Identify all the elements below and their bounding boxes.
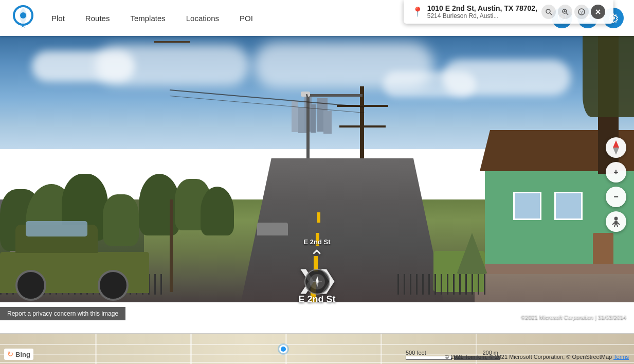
tree-top-right (583, 36, 634, 117)
bing-logo: ↻ Bing (4, 349, 33, 360)
mm-road-v4 (381, 334, 382, 364)
distant-car (257, 223, 288, 235)
svg-line-6 (550, 13, 552, 15)
svg-point-17 (316, 281, 318, 283)
streetview-container: E 2nd St ⌃ ❯❯ E 2nd St Report a privacy … (0, 36, 634, 364)
current-street-label: E 2nd St (298, 294, 335, 305)
svg-line-8 (567, 13, 569, 15)
compass-north-btn[interactable] (606, 137, 626, 158)
compass-inner (310, 274, 325, 289)
svg-point-20 (614, 217, 618, 221)
address-line2: 5214 Burleson Rd, Austi... (427, 12, 537, 20)
main-crossbar-2 (339, 125, 386, 128)
map-terms-link[interactable]: Terms (613, 354, 629, 360)
svg-line-25 (617, 225, 618, 227)
address-close-btn[interactable] (591, 5, 605, 19)
streetview-scene[interactable]: E 2nd St ⌃ ❯❯ E 2nd St Report a privacy … (0, 36, 634, 333)
address-text: 1010 E 2nd St, Austin, TX 78702, 5214 Bu… (427, 4, 537, 20)
nav-plot[interactable]: Plot (51, 14, 65, 23)
mm-road-v2 (190, 334, 192, 364)
mm-road-v1 (95, 334, 97, 364)
right-fence (397, 274, 490, 295)
svg-rect-21 (614, 221, 618, 225)
address-actions: ? (541, 5, 605, 19)
minimap-background: ↻ Bing 500 feet 200 m © 2021 TomTom, © 2… (0, 334, 634, 364)
street-lamp (303, 94, 363, 97)
address-bar: 📍 1010 E 2nd St, Austin, TX 78702, 5214 … (404, 0, 613, 24)
svg-line-24 (614, 225, 615, 227)
right-controls: + − (606, 137, 626, 232)
scale-500ft: 500 feet (406, 350, 426, 356)
bing-label: Bing (15, 351, 30, 358)
house-window-2 (554, 192, 583, 220)
app-logo[interactable] (10, 5, 36, 31)
forward-arrow-btn[interactable]: ⌃ (309, 248, 324, 266)
streetview-copyright: ©2021 Microsoft Corporation | 31/03/2014 (521, 314, 626, 320)
map-copyright-text: © 2021 TomTom, © 2021 Microsoft Corporat… (445, 354, 612, 360)
crossbar-left (154, 41, 190, 43)
road-line-4 (317, 212, 320, 223)
nav-locations[interactable]: Locations (186, 14, 219, 23)
svg-line-22 (612, 223, 614, 225)
svg-point-1 (20, 12, 26, 19)
address-pin-icon: 📍 (412, 6, 423, 17)
nav-routes[interactable]: Routes (85, 14, 110, 23)
south-arrow-icon (613, 148, 619, 155)
minimap: ↻ Bing 500 feet 200 m © 2021 TomTom, © 2… (0, 333, 634, 364)
house-porch (485, 264, 634, 274)
person-btn[interactable] (606, 211, 626, 232)
svg-text:?: ? (580, 10, 583, 15)
pickup-truck (0, 226, 159, 293)
nav-arrows-forward: E 2nd St ⌃ (303, 238, 330, 266)
address-zoom-btn[interactable] (558, 5, 572, 19)
bing-refresh-icon[interactable]: ↻ (7, 350, 13, 358)
nav-poi[interactable]: POI (240, 14, 253, 23)
utility-pole-left (170, 199, 173, 292)
forward-street-label: E 2nd St (303, 238, 330, 246)
zoom-out-btn[interactable]: − (606, 187, 626, 207)
compass-btn[interactable] (304, 269, 330, 295)
house-window-1 (513, 192, 541, 220)
address-info-btn[interactable]: ? (574, 5, 589, 19)
nav-templates[interactable]: Templates (130, 14, 165, 23)
privacy-notice[interactable]: Report a privacy concern with this image (0, 307, 125, 320)
address-search-btn[interactable] (541, 5, 556, 19)
zoom-in-btn[interactable]: + (606, 162, 626, 183)
svg-point-5 (546, 9, 550, 13)
svg-line-23 (618, 223, 620, 225)
north-arrow-icon (613, 140, 619, 148)
map-copyright: © 2021 TomTom, © 2021 Microsoft Corporat… (445, 354, 629, 360)
minimap-location-dot (279, 345, 287, 353)
address-line1: 1010 E 2nd St, Austin, TX 78702, (427, 4, 537, 12)
